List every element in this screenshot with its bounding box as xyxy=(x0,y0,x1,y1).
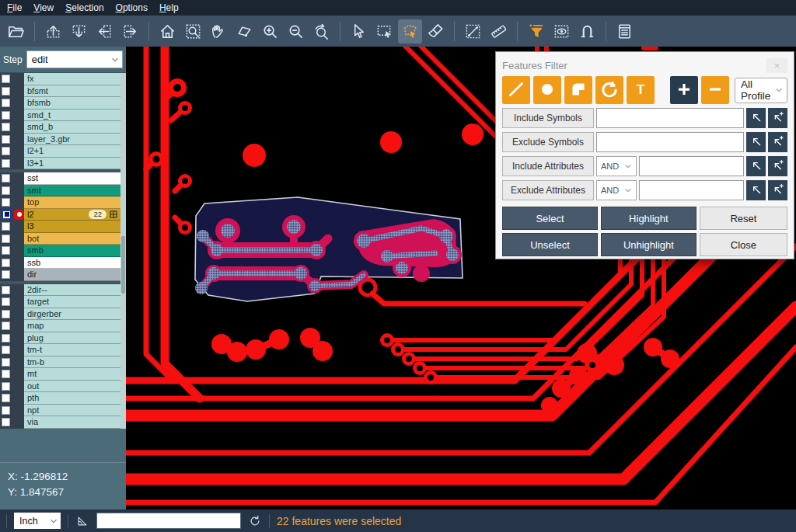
step-select[interactable]: edit xyxy=(26,50,123,68)
zoom-window-button[interactable] xyxy=(181,19,205,43)
layer-name-layer_3.gbr[interactable]: layer_3.gbr xyxy=(24,134,120,146)
layer-checkbox-l2+1[interactable] xyxy=(2,147,10,155)
menu-selection[interactable]: Selection xyxy=(65,2,103,13)
layer-checkbox-dirgerber[interactable] xyxy=(2,310,10,318)
pick-attribute-button[interactable] xyxy=(746,156,766,176)
layer-checkbox-smd_b[interactable] xyxy=(2,123,10,131)
layer-checkbox-dir[interactable] xyxy=(2,270,10,279)
reset-button[interactable]: Reset xyxy=(700,207,787,230)
shift-view-right-button[interactable] xyxy=(118,19,142,43)
pick-symbol-button[interactable] xyxy=(746,132,766,152)
profile-select[interactable]: All Profile xyxy=(735,78,787,103)
layer-name-via[interactable]: via xyxy=(24,416,120,429)
pick-symbol-button[interactable] xyxy=(746,108,766,128)
layer-name-plug[interactable]: plug xyxy=(24,332,120,345)
layer-checkbox-mt[interactable] xyxy=(2,370,10,378)
shift-view-up-button[interactable] xyxy=(41,19,65,43)
measure-button[interactable] xyxy=(461,19,485,43)
filter-lines-button[interactable] xyxy=(502,76,530,104)
zoom-out-button[interactable] xyxy=(284,19,308,43)
layer-name-pth[interactable]: pth xyxy=(24,392,120,405)
menu-help[interactable]: Help xyxy=(159,2,179,13)
select-polygon-button[interactable] xyxy=(398,19,422,43)
filter-add-button[interactable] xyxy=(670,76,698,104)
unit-select[interactable]: Inch xyxy=(14,513,61,529)
zoom-in-button[interactable] xyxy=(258,19,282,43)
layer-checkbox-npt[interactable] xyxy=(2,406,10,415)
ruler-button[interactable] xyxy=(487,19,511,43)
menu-file[interactable]: File xyxy=(7,2,22,13)
pcb-canvas[interactable]: Features Filter × TAll Profile Include S… xyxy=(126,47,796,509)
layer-checkbox-l3[interactable] xyxy=(2,222,10,231)
filter-surfaces-button[interactable] xyxy=(564,76,592,104)
menu-options[interactable]: Options xyxy=(116,2,148,13)
layer-checkbox-2dir--[interactable] xyxy=(2,286,10,294)
filter-arcs-button[interactable] xyxy=(595,76,623,104)
layer-checkbox-pth[interactable] xyxy=(2,394,10,402)
layer-checkbox-fx[interactable] xyxy=(2,75,10,83)
close-button[interactable]: Close xyxy=(700,233,787,256)
pick-add-attribute-button[interactable] xyxy=(768,156,787,176)
include-symbols-button[interactable]: Include Symbols xyxy=(502,108,594,128)
layer-name-npt[interactable]: npt xyxy=(24,405,120,417)
layer-checkbox-bfsmb[interactable] xyxy=(2,99,10,107)
unselect-button[interactable]: Unselect xyxy=(502,233,598,256)
layer-checkbox-smb[interactable] xyxy=(2,246,10,255)
include-symbols-input[interactable] xyxy=(596,108,744,128)
select-button[interactable]: Select xyxy=(502,207,598,230)
layer-name-dir[interactable]: dir xyxy=(24,269,120,281)
layer-name-l2+1[interactable]: l2+1 xyxy=(24,145,120,158)
exclude-symbols-button[interactable]: Exclude Symbols xyxy=(502,132,594,152)
highlight-button[interactable]: Highlight xyxy=(601,207,696,230)
exclude-attributes-button[interactable]: Exclude Attributes xyxy=(502,180,594,200)
include-attributes-button[interactable]: Include Attributes xyxy=(502,156,594,176)
home-view-button[interactable] xyxy=(155,19,180,43)
layer-name-2dir--[interactable]: 2dir-- xyxy=(24,284,120,297)
layer-list-scrollbar[interactable] xyxy=(120,73,126,429)
shift-view-left-button[interactable] xyxy=(93,19,117,43)
layer-checkbox-l2[interactable] xyxy=(2,210,12,220)
layer-checkbox-layer_3.gbr[interactable] xyxy=(2,135,10,144)
layer-name-bfsmb[interactable]: bfsmb xyxy=(24,97,120,110)
layer-checkbox-tm-t[interactable] xyxy=(2,346,10,354)
layer-checkbox-via[interactable] xyxy=(2,418,10,426)
pick-add-symbol-button[interactable] xyxy=(768,132,787,152)
layer-checkbox-bfsmt[interactable] xyxy=(2,87,10,96)
layer-name-smd_b[interactable]: smd_b xyxy=(24,121,120,134)
select-button[interactable] xyxy=(347,19,371,43)
unhighlight-button[interactable]: Unhighlight xyxy=(601,233,696,256)
grid-icon[interactable] xyxy=(110,210,117,218)
exclude-symbols-input[interactable] xyxy=(596,132,744,152)
report-button[interactable] xyxy=(613,19,637,43)
layer-checkbox-plug[interactable] xyxy=(2,334,10,342)
layer-checkbox-bot[interactable] xyxy=(2,235,10,243)
layer-checkbox-target[interactable] xyxy=(2,297,10,306)
layer-checkbox-smt[interactable] xyxy=(2,186,10,195)
layer-name-smd_t[interactable]: smd_t xyxy=(24,110,120,122)
angle-measure-icon[interactable] xyxy=(75,514,89,528)
layer-name-mt[interactable]: mt xyxy=(24,368,120,381)
command-input[interactable] xyxy=(96,513,241,529)
layer-name-top[interactable]: top xyxy=(24,196,120,209)
layer-name-l2[interactable]: l222 xyxy=(24,209,120,221)
layer-checkbox-ssb[interactable] xyxy=(2,259,10,267)
layer-name-bot[interactable]: bot xyxy=(24,233,120,245)
dialog-titlebar[interactable]: Features Filter × xyxy=(502,57,787,74)
features-filter-button[interactable] xyxy=(524,19,548,43)
open-button[interactable] xyxy=(4,19,28,43)
layer-name-out[interactable]: out xyxy=(24,381,120,393)
select-rectangle-button[interactable] xyxy=(372,19,396,43)
layer-name-l3[interactable]: l3 xyxy=(24,221,120,233)
layer-checkbox-map[interactable] xyxy=(2,322,10,330)
filter-remove-button[interactable] xyxy=(701,76,729,104)
layer-checkbox-l3+1[interactable] xyxy=(2,159,10,168)
refresh-icon[interactable] xyxy=(248,514,262,528)
exclude-attributes-logic-select[interactable]: AND xyxy=(596,180,637,200)
layer-name-smb[interactable]: smb xyxy=(24,245,120,257)
layer-name-bfsmt[interactable]: bfsmt xyxy=(24,85,120,98)
filter-text-button[interactable]: T xyxy=(627,76,655,104)
layer-checkbox-out[interactable] xyxy=(2,382,10,391)
zoom-previous-button[interactable] xyxy=(309,19,333,43)
layer-name-ssb[interactable]: ssb xyxy=(24,257,120,269)
filter-pads-button[interactable] xyxy=(533,76,561,104)
